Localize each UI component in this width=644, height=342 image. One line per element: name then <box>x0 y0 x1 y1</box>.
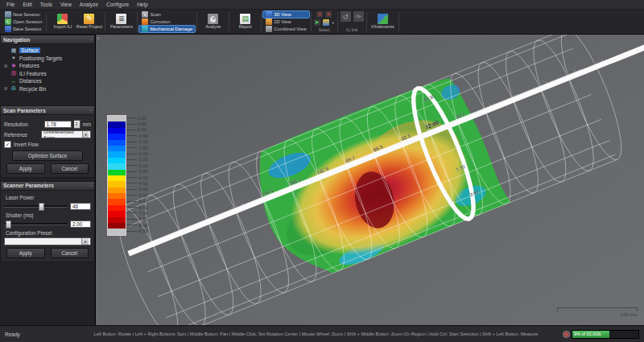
panel-pin-icon[interactable]: ▫ <box>90 37 92 42</box>
corrosion-mode-button[interactable]: Corrosion <box>139 19 195 25</box>
dropdown-arrow-icon: ▼ <box>82 131 89 138</box>
scan-apply-button[interactable]: Apply <box>6 163 45 174</box>
scan-parameters-title: Scan Parameters <box>3 108 46 113</box>
parameters-button[interactable]: ≣Parameters <box>108 14 134 30</box>
color-scale-legend: 1.000.500.00-0.50-1.00-1.50-2.00-2.50-3.… <box>107 115 148 236</box>
open-session-button[interactable]: ↻Open Session <box>2 19 44 25</box>
scan-parameters-header[interactable]: Scan Parameters ▫ <box>0 105 95 115</box>
view-2d-button[interactable]: 2D View <box>263 19 309 25</box>
corrosion-icon <box>142 19 148 25</box>
scanner-cancel-button[interactable]: Cancel <box>51 248 89 258</box>
menu-item-edit[interactable]: Edit <box>19 1 35 8</box>
panel-pin-icon[interactable]: ▫ <box>90 183 92 188</box>
parameters-icon: ≣ <box>116 14 126 24</box>
legend-tick-label: -8.00 <box>138 223 148 228</box>
menu-item-view[interactable]: View <box>56 1 76 8</box>
application-window: FileEditToolsViewAnalyzeConfigureHelp Ne… <box>0 0 644 342</box>
legend-swatch <box>108 158 126 163</box>
new-session-icon <box>5 11 11 18</box>
scan-label: Scan <box>150 12 160 17</box>
import-ili-button[interactable]: Import ILI <box>49 14 76 30</box>
session-group: New Session ↻Open Session Save Session <box>2 10 45 33</box>
invert-flow-checkbox[interactable]: ✓ <box>4 141 11 148</box>
ili-link-icon[interactable]: ↺ <box>341 11 351 22</box>
tree-expander-icon[interactable]: ⊞ <box>3 86 8 91</box>
legend-swatch <box>108 217 126 223</box>
legend-tick-label: -1.50 <box>138 146 148 150</box>
pipe-3d-scene[interactable]: -33.3-66.5-99.7-132.9-166.1-199.3-232.5-… <box>96 35 644 325</box>
ili-unlink-icon[interactable]: ✑ <box>353 11 364 22</box>
pick-arrow-icon[interactable]: ➤ <box>314 19 320 26</box>
clear-selection-icon[interactable]: ✕ <box>316 11 323 18</box>
report-button[interactable]: ▤Report <box>232 14 258 30</box>
menu-item-analyze[interactable]: Analyze <box>76 1 102 8</box>
menu-item-help[interactable]: Help <box>133 1 151 8</box>
features-icon: ❖ <box>10 63 17 69</box>
tree-item-ili-features[interactable]: ▥ILI Features <box>3 70 95 78</box>
viewport-3d[interactable]: -33.3-66.5-99.7-132.9-166.1-199.3-232.5-… <box>96 35 644 325</box>
pipe-group: -33.3-66.5-99.7-132.9-166.1-199.3-232.5-… <box>106 35 644 325</box>
scanner-parameters-header[interactable]: Scanner Parameters ▫ <box>0 181 95 191</box>
open-session-label: Open Session <box>13 19 42 24</box>
view-3d-button[interactable]: 3D View <box>263 11 309 18</box>
optimize-surface-button[interactable]: Optimize Surface <box>12 150 83 161</box>
scanner-apply-button[interactable]: Apply <box>6 248 45 258</box>
navigation-tree: ▦Surface ⌖Positioning Targets ⊞❖Features… <box>0 44 95 102</box>
laser-power-slider[interactable] <box>4 202 68 210</box>
scan-mode-button[interactable]: ✎Scan <box>139 11 195 18</box>
legend-swatch <box>108 170 126 175</box>
open-session-icon: ↻ <box>5 19 11 25</box>
navigation-title: Navigation <box>3 37 30 43</box>
tree-item-features[interactable]: ⊞❖Features <box>3 62 95 70</box>
legend-leader-line <box>126 171 137 172</box>
tree-item-distances[interactable]: ↔Distances <box>3 77 95 85</box>
legend-leader-line <box>126 207 137 208</box>
scan-cancel-button[interactable]: Cancel <box>51 163 89 174</box>
analyze-button[interactable]: ◔Analyze <box>200 14 226 30</box>
legend-swatch <box>108 193 126 199</box>
legend-leader-line <box>126 154 137 155</box>
menu-item-tools[interactable]: Tools <box>36 1 56 8</box>
import-ili-icon <box>57 14 68 24</box>
vxelements-button[interactable]: VXelements <box>369 14 396 30</box>
sidebar-collapse-icon[interactable]: ‹ <box>97 35 100 42</box>
menu-item-file[interactable]: File <box>2 1 19 8</box>
toolbar-separator <box>46 12 47 31</box>
tree-item-label: Recycle Bin <box>19 86 46 92</box>
delete-selection-icon[interactable]: ✕ <box>325 11 332 18</box>
panel-pin-icon[interactable]: ▫ <box>90 108 92 113</box>
memory-indicator: 9% of 32.0Gb <box>563 330 639 339</box>
view-2d-label: 2D View <box>274 19 291 24</box>
reset-project-button[interactable]: ✎Reset Project <box>76 14 102 30</box>
selection-layers-icon[interactable] <box>323 19 329 26</box>
legend-swatch <box>108 223 126 229</box>
legend-tick-label: -3.50 <box>138 169 148 174</box>
view-3d-icon <box>266 11 272 18</box>
new-session-button[interactable]: New Session <box>2 11 44 18</box>
laser-power-input[interactable]: 46 <box>70 203 91 210</box>
memory-bar: 9% of 32.0Gb <box>572 330 639 339</box>
legend-swatch <box>108 205 126 211</box>
shutter-input[interactable]: 2.00 <box>70 220 91 228</box>
reference-dropdown[interactable]: Unreferenced Scan ▼ <box>41 130 91 138</box>
tree-item-recycle-bin[interactable]: ⊞♻Recycle Bin <box>3 85 95 93</box>
navigation-panel-header[interactable]: Navigation ▫ <box>0 35 95 44</box>
tree-item-positioning-targets[interactable]: ⌖Positioning Targets <box>3 55 95 63</box>
analyze-group: ◔Analyze <box>198 10 228 33</box>
status-ready-text: Ready <box>5 332 69 337</box>
shutter-slider[interactable] <box>4 220 68 228</box>
resolution-input[interactable]: 1.78 <box>44 121 72 128</box>
menu-item-configure[interactable]: Configure <box>102 1 133 8</box>
view-combined-button[interactable]: Combined View <box>263 26 309 32</box>
toolbar-separator <box>137 12 138 31</box>
configuration-preset-label: Configuration Preset <box>6 230 91 236</box>
tree-expander-icon[interactable]: ⊞ <box>3 64 8 68</box>
save-session-button[interactable]: Save Session <box>2 26 44 32</box>
select-dropdown-arrow[interactable]: ▼ <box>332 21 335 25</box>
ili-features-icon: ▥ <box>10 70 17 76</box>
resolution-spinner[interactable]: ▲▼ <box>74 120 80 129</box>
mechanical-damage-mode-button[interactable]: Mechanical Damage <box>139 26 195 32</box>
tree-item-surface[interactable]: ▦Surface <box>3 47 95 55</box>
configuration-preset-dropdown[interactable]: ▼ <box>4 237 91 245</box>
legend-swatch <box>108 181 126 187</box>
